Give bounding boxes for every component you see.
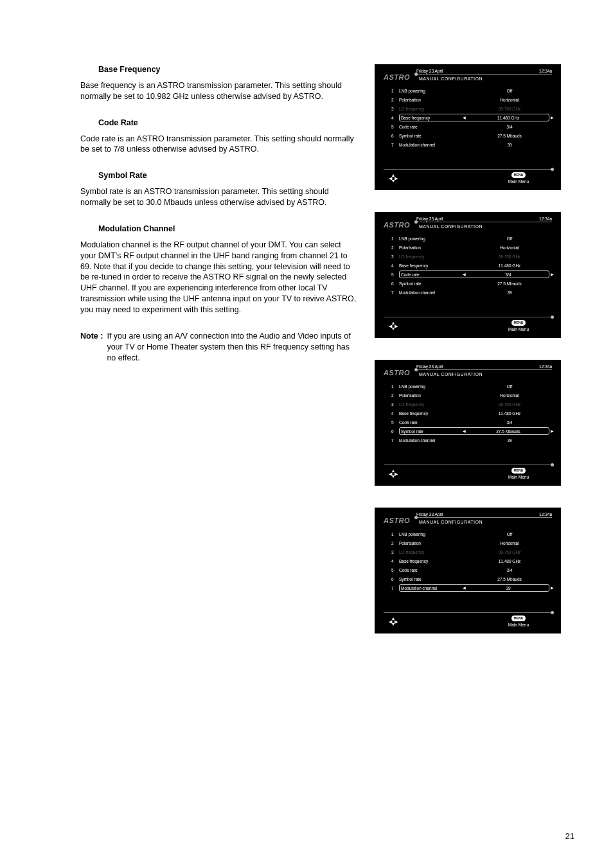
screen-time: 12:34a <box>539 512 552 517</box>
menu-button-icon: MENU <box>511 320 526 326</box>
row-index: 3 <box>391 402 399 407</box>
triangle-right-icon[interactable]: ▶ <box>551 586 554 590</box>
divider <box>416 74 552 75</box>
triangle-left-icon[interactable]: ◀ <box>463 272 466 276</box>
row-label: Modulation channel <box>401 586 469 590</box>
row-value: 3/4 <box>470 420 549 425</box>
menu-row[interactable]: 5 Code rate 3/4 <box>391 565 549 574</box>
main-menu-hint: MENU Main Menu <box>508 320 529 332</box>
menu-button-icon: MENU <box>511 172 526 178</box>
row-index: 5 <box>391 420 399 425</box>
menu-row[interactable]: 2 Polarisation Horizontal <box>391 538 549 547</box>
menu-list: 1 LNB powering Off 2 Polarisation Horizo… <box>375 81 561 149</box>
row-index: 1 <box>391 384 399 389</box>
menu-row[interactable]: 6 Symbol rate 27.5 Mbauds <box>391 279 549 288</box>
menu-row[interactable]: 1 LNB powering Off <box>391 382 549 391</box>
note-block: Note : If you are using an A/V connectio… <box>80 331 357 364</box>
screen-date: Friday 23 April <box>416 69 443 73</box>
menu-row-selected[interactable]: 4 Base frequency ◀ 11.480 GHz ▶ <box>391 113 549 122</box>
divider <box>416 369 552 370</box>
nav-arrows-icon: ▲◀ ▶▼ <box>387 617 399 626</box>
screen-time: 12:34a <box>539 364 552 369</box>
menu-row[interactable]: 7 Modulation channel 39 <box>391 436 549 445</box>
menu-row-selected[interactable]: 7 Modulation channel ◀ 39 ▶ <box>391 583 549 592</box>
menu-row[interactable]: 5 Code rate 3/4 <box>391 122 549 131</box>
menu-row[interactable]: 1 LNB powering Off <box>391 86 549 95</box>
menu-row[interactable]: 1 LNB powering Off <box>391 529 549 538</box>
row-label: Modulation channel <box>399 143 470 147</box>
menu-row[interactable]: 2 Polarisation Horizontal <box>391 391 549 400</box>
menu-row[interactable]: 3 LO frequency 09.750 GHz <box>391 400 549 409</box>
row-label: Base frequency <box>399 411 470 416</box>
row-label: Polarisation <box>399 98 470 102</box>
menu-list: 1 LNB powering Off 2 Polarisation Horizo… <box>375 229 561 297</box>
triangle-right-icon[interactable]: ▶ <box>551 116 554 120</box>
divider <box>384 317 552 317</box>
menu-list: 1 LNB powering Off 2 Polarisation Horizo… <box>375 376 561 445</box>
row-index: 5 <box>391 568 399 572</box>
row-value: Off <box>470 236 549 241</box>
row-value: ◀ 39 ▶ <box>469 586 547 590</box>
menu-list: 1 LNB powering Off 2 Polarisation Horizo… <box>375 524 561 592</box>
row-label: LNB powering <box>399 89 470 93</box>
row-index: 6 <box>391 134 399 138</box>
screen-subtitle: MANUAL CONFIGURATION <box>416 370 552 376</box>
menu-row[interactable]: 4 Base frequency 11.480 GHz <box>391 261 549 270</box>
main-menu-label: Main Menu <box>508 623 529 627</box>
row-value: 27.5 Mbauds <box>470 577 549 581</box>
menu-row[interactable]: 4 Base frequency 11.480 GHz <box>391 409 549 418</box>
menu-row[interactable]: 3 LO frequency 09.750 GHz <box>391 252 549 261</box>
row-label: Symbol rate <box>399 577 470 581</box>
row-value: 11.480 GHz <box>470 559 549 563</box>
menu-row[interactable]: 7 Modulation channel 39 <box>391 140 549 149</box>
page-number: 21 <box>565 831 574 841</box>
triangle-left-icon[interactable]: ◀ <box>463 429 466 433</box>
heading-modulation-channel: Modulation Channel <box>80 224 357 235</box>
menu-row[interactable]: 3 LO frequency 09.750 GHz <box>391 547 549 556</box>
brand-logo: ASTRO <box>384 74 410 81</box>
row-index: 6 <box>391 429 399 434</box>
row-label: Symbol rate <box>399 134 470 138</box>
row-index: 6 <box>391 577 399 581</box>
menu-row-selected[interactable]: 6 Symbol rate ◀ 27.5 Mbauds ▶ <box>391 427 549 436</box>
row-label: LNB powering <box>399 384 470 389</box>
row-label: Modulation channel <box>399 290 470 295</box>
row-label: LNB powering <box>399 236 470 241</box>
row-index: 7 <box>391 143 399 147</box>
row-index: 7 <box>391 586 399 590</box>
row-index: 7 <box>391 290 399 295</box>
row-label: Base frequency <box>399 263 470 268</box>
row-index: 4 <box>391 116 399 120</box>
row-index: 5 <box>391 272 399 277</box>
menu-row[interactable]: 3 LO frequency 09.750 GHz <box>391 104 549 113</box>
main-menu-hint: MENU Main Menu <box>508 172 529 184</box>
nav-arrows-icon: ▲◀ ▶▼ <box>387 174 399 182</box>
row-value: ◀ 3/4 ▶ <box>469 272 547 277</box>
heading-base-frequency: Base Frequency <box>80 64 357 75</box>
row-index: 3 <box>391 254 399 259</box>
menu-row-selected[interactable]: 5 Code rate ◀ 3/4 ▶ <box>391 270 549 279</box>
menu-row[interactable]: 2 Polarisation Horizontal <box>391 95 549 104</box>
triangle-right-icon[interactable]: ▶ <box>551 272 554 276</box>
paragraph: Base frequency is an ASTRO transmission … <box>80 80 357 102</box>
menu-row[interactable]: 6 Symbol rate 27.5 Mbauds <box>391 131 549 140</box>
row-value: 09.750 GHz <box>470 107 549 111</box>
menu-row[interactable]: 7 Modulation channel 39 <box>391 288 549 297</box>
row-index: 2 <box>391 98 399 102</box>
row-value: 39 <box>470 438 549 443</box>
menu-row[interactable]: 4 Base frequency 11.480 GHz <box>391 556 549 565</box>
triangle-left-icon[interactable]: ◀ <box>463 116 466 120</box>
row-label: Base frequency <box>401 116 469 120</box>
menu-row[interactable]: 6 Symbol rate 27.5 Mbauds <box>391 574 549 583</box>
row-label: Symbol rate <box>399 281 470 286</box>
menu-row[interactable]: 5 Code rate 3/4 <box>391 418 549 427</box>
menu-row[interactable]: 1 LNB powering Off <box>391 234 549 243</box>
astro-screen-1: ASTRO Friday 23 April 12:34a MANUAL CONF… <box>375 64 561 190</box>
row-label: Code rate <box>399 568 470 572</box>
row-value: 27.5 Mbauds <box>470 281 549 286</box>
triangle-right-icon[interactable]: ▶ <box>551 429 554 433</box>
row-label: LO frequency <box>399 254 470 259</box>
row-value: 09.750 GHz <box>470 254 549 259</box>
triangle-left-icon[interactable]: ◀ <box>463 586 466 590</box>
menu-row[interactable]: 2 Polarisation Horizontal <box>391 243 549 252</box>
